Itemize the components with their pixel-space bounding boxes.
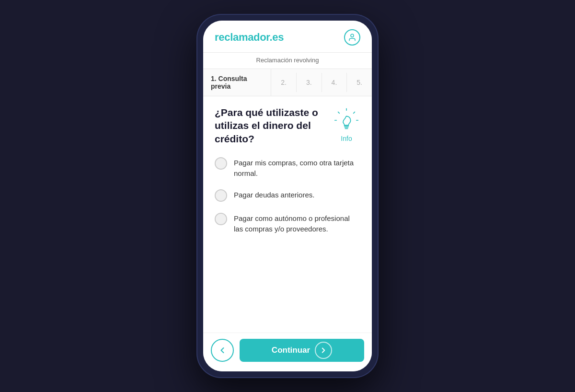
subtitle-text: Reclamación revolving (256, 57, 319, 64)
question-text: ¿Para qué utilizaste o utilizas el diner… (215, 106, 333, 145)
phone-screen: reclamador.es Reclamación revolving 1. C… (203, 21, 372, 371)
user-icon[interactable] (344, 29, 360, 46)
question-row: ¿Para qué utilizaste o utilizas el diner… (215, 106, 360, 145)
info-widget[interactable]: Info (333, 106, 360, 142)
radio-2[interactable] (215, 189, 227, 202)
radio-1[interactable] (215, 157, 227, 170)
back-button[interactable] (211, 339, 234, 362)
step-1: 1. Consulta previa (203, 69, 271, 96)
option-1[interactable]: Pagar mis compras, como otra tarjeta nor… (215, 157, 360, 179)
main-content: ¿Para qué utilizaste o utilizas el diner… (203, 96, 372, 333)
option-1-text: Pagar mis compras, como otra tarjeta nor… (234, 157, 360, 179)
step-4[interactable]: 4. (322, 73, 347, 92)
continue-arrow-circle (315, 342, 332, 359)
back-icon (218, 346, 227, 355)
phone-frame: reclamador.es Reclamación revolving 1. C… (196, 14, 379, 378)
step-3[interactable]: 3. (297, 73, 322, 92)
option-3[interactable]: Pagar como autónomo o profesional las co… (215, 212, 360, 234)
bulb-icon (334, 108, 359, 133)
arrow-right-icon (319, 346, 328, 355)
step-2[interactable]: 2. (271, 73, 297, 92)
info-label: Info (341, 135, 352, 142)
option-3-text: Pagar como autónomo o profesional las co… (234, 212, 360, 234)
header: reclamador.es (203, 21, 372, 52)
svg-line-2 (354, 112, 355, 114)
option-2-text: Pagar deudas anteriores. (234, 189, 314, 200)
logo: reclamador.es (215, 31, 284, 44)
step-5[interactable]: 5. (347, 73, 372, 92)
radio-3[interactable] (215, 213, 227, 225)
continue-label: Continuar (272, 346, 310, 355)
svg-point-0 (351, 34, 354, 37)
subtitle-bar: Reclamación revolving (203, 52, 372, 69)
steps-bar: 1. Consulta previa 2. 3. 4. 5. (203, 69, 372, 96)
svg-line-4 (338, 112, 340, 114)
bottom-bar: Continuar (203, 333, 372, 371)
option-2[interactable]: Pagar deudas anteriores. (215, 189, 360, 202)
continue-button[interactable]: Continuar (240, 339, 364, 362)
